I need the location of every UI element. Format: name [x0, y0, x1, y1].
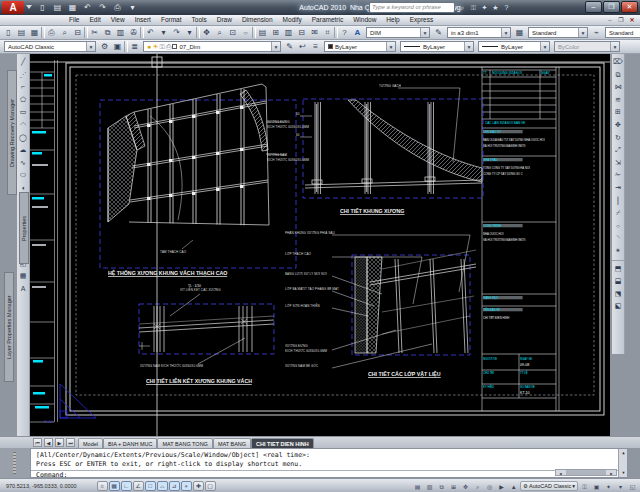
qp-toggle[interactable]: ▢	[205, 481, 216, 491]
rotate-icon[interactable]: ↻	[612, 132, 624, 145]
zoom-icon[interactable]: ⌕	[472, 481, 483, 491]
zoom-window-icon[interactable]: ⊡	[226, 27, 239, 39]
spline-icon[interactable]: ∿	[17, 157, 29, 170]
help-icon[interactable]: ?	[501, 2, 512, 13]
scroll-thumb[interactable]	[566, 470, 606, 475]
status-menu-icon[interactable]: ▾	[615, 481, 626, 491]
polar-toggle[interactable]: ∠	[133, 481, 144, 491]
scroll-left-icon[interactable]: ◀	[556, 470, 565, 478]
redo-dropdown-icon[interactable]: ▾	[183, 27, 196, 39]
menu-item[interactable]: Edit	[84, 15, 105, 25]
status-tray-icon[interactable]: ▣	[591, 481, 602, 491]
break-icon[interactable]: ⌿	[612, 207, 624, 220]
menu-item[interactable]: Insert	[130, 15, 156, 25]
restore-button[interactable]: ❐	[603, 1, 620, 13]
tool-palettes-icon[interactable]: ▥	[282, 27, 295, 39]
steering-wheel-icon[interactable]: ◎	[484, 481, 495, 491]
qat-dropdown-icon[interactable]: ▾	[126, 2, 139, 13]
undo-dropdown-icon[interactable]: ▾	[157, 27, 170, 39]
last-tab-icon[interactable]: ⏭	[66, 438, 75, 447]
search-input[interactable]: Type a keyword or phrase	[369, 2, 455, 13]
search-icon[interactable]: ⌕	[457, 2, 468, 13]
menu-item[interactable]: Dimension	[237, 15, 278, 25]
explode-icon[interactable]: ✴	[612, 245, 624, 258]
layout-tab[interactable]: CHI TIET DIEN HINH	[251, 438, 314, 448]
menu-item[interactable]: Tools	[187, 15, 212, 25]
copy-icon[interactable]: ⧉	[612, 69, 624, 82]
lock-icon[interactable]: ⚿	[160, 43, 165, 51]
annotation-scale-icon[interactable]: ▲	[508, 481, 519, 491]
help2-icon[interactable]: ?	[338, 27, 351, 39]
mirror-icon[interactable]: ⋈	[612, 81, 624, 94]
layer-properties-icon[interactable]: ≣	[128, 41, 141, 53]
match-properties-icon[interactable]: ✇	[127, 27, 140, 39]
combo-arrow-icon[interactable]: ▼	[540, 42, 549, 51]
command-scrollbar[interactable]: ▲ ▼	[618, 449, 627, 477]
otrack-toggle[interactable]: ⌓	[157, 481, 168, 491]
show-motion-icon[interactable]: ▶	[496, 481, 507, 491]
break-point-icon[interactable]: ⎮	[612, 195, 624, 208]
markup-icon[interactable]: ✉	[308, 27, 321, 39]
logo-dropdown-icon[interactable]	[26, 5, 32, 9]
make-object-layer-current-icon[interactable]: ✎	[283, 41, 296, 53]
bring-to-front-icon[interactable]: ⬒	[612, 263, 624, 276]
layer-previous-icon[interactable]: ↩	[296, 41, 309, 53]
layer-properties-manager-tab[interactable]: Layer Properties Manager	[4, 272, 14, 382]
plot-icon[interactable]: ⎙	[111, 2, 124, 13]
drawing-canvas[interactable]: XƯƠNG ĐỨNGKÍCH THƯỚC 60X60X0.6MMXƯƠNG NẰ…	[30, 54, 610, 436]
autocad-logo-icon[interactable]: A	[2, 1, 24, 14]
text-style-icon[interactable]: ▦	[513, 27, 526, 39]
combo-arrow-icon[interactable]: ▼	[501, 28, 510, 37]
plot-icon[interactable]: ⎙	[45, 27, 58, 39]
trusted-dwg-icon[interactable]: ✦	[603, 481, 614, 491]
menu-item[interactable]: View	[106, 15, 130, 25]
combo-arrow-icon[interactable]: ▼	[386, 42, 395, 51]
command-window[interactable]: [All/Center/Dynamic/Extents/Previous/Sca…	[30, 448, 628, 478]
send-under-icon[interactable]: ⬕	[612, 300, 624, 313]
scale-icon[interactable]: ⤢	[612, 144, 624, 157]
quickview-layouts-icon[interactable]: ⊞	[448, 481, 459, 491]
quickcalc-icon[interactable]: ⌗	[321, 27, 334, 39]
combo-arrow-icon[interactable]: ▼	[86, 42, 95, 51]
designcenter-icon[interactable]: ⊞	[269, 27, 282, 39]
coordinates-readout[interactable]: 970.5213, -965.0333, 0.0000	[0, 483, 83, 489]
layout-space-icon[interactable]: ▥	[424, 481, 435, 491]
scroll-right-icon[interactable]: ▶	[607, 470, 616, 478]
ortho-toggle[interactable]: ∟	[121, 481, 132, 491]
polyline-icon[interactable]: ⌐	[17, 81, 29, 94]
rectangle-icon[interactable]: ▭	[17, 106, 29, 119]
qnew-icon[interactable]: ▯	[2, 27, 15, 39]
minimize-button[interactable]: –	[585, 1, 602, 13]
revcloud-icon[interactable]: ☁	[17, 144, 29, 157]
dim-update-icon[interactable]: ✎	[432, 27, 445, 39]
menu-item[interactable]: Draw	[212, 15, 237, 25]
undo-icon[interactable]: ↶	[144, 27, 157, 39]
circle-icon[interactable]: ◯	[17, 132, 29, 145]
cut-icon[interactable]: ✂	[88, 27, 101, 39]
workspace-lock-icon[interactable]: ⚿	[579, 481, 590, 491]
ducs-toggle[interactable]: ⊿	[169, 481, 180, 491]
drawing-recovery-manager-tab[interactable]: Drawing Recovery Manager	[7, 70, 17, 195]
offset-icon[interactable]: ≋	[612, 94, 624, 107]
osnap-toggle[interactable]: □	[145, 481, 156, 491]
doc-minimize-icon[interactable]: –	[605, 16, 615, 24]
redo-icon[interactable]: ↷	[96, 2, 109, 13]
combo-arrow-icon[interactable]: ▼	[578, 28, 587, 37]
subscription-icon[interactable]: ⚿	[468, 2, 479, 13]
close-button[interactable]: ✕	[621, 1, 638, 13]
layout-tab[interactable]: MAT BANG TONG	[157, 438, 212, 448]
menu-item[interactable]: Modify	[278, 15, 307, 25]
arc-icon[interactable]: ◠	[17, 119, 29, 132]
doc-restore-icon[interactable]: ❐	[616, 16, 626, 24]
trim-icon[interactable]: ✁	[612, 169, 624, 182]
layer-combo[interactable]: ● ☀ ⚿ ⎙ 07_Dim ▼	[143, 41, 281, 52]
sheet-set-icon[interactable]: ⊟	[295, 27, 308, 39]
workspace-combo[interactable]: AutoCAD Classic▼	[4, 41, 96, 52]
undo-icon[interactable]: ↶	[81, 2, 94, 13]
dim-current-combo[interactable]: in a3 dim1▼	[447, 27, 511, 38]
lineweight-combo[interactable]: ByLayer▼	[478, 41, 550, 52]
extend-icon[interactable]: ⇥	[612, 182, 624, 195]
layout-tab[interactable]: Model	[78, 438, 103, 448]
ellipse-icon[interactable]: ⬭	[17, 169, 29, 182]
menu-item[interactable]: Express	[405, 15, 438, 25]
